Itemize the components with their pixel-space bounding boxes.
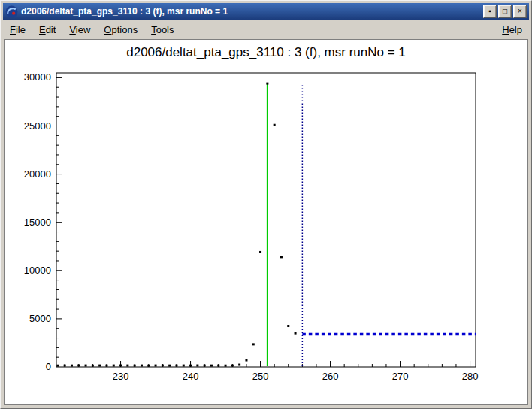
svg-text:250: 250 bbox=[252, 371, 269, 382]
svg-text:5000: 5000 bbox=[29, 313, 51, 324]
main-window: d2006/deltat_pta_gps_3110 : 3 (f), msr r… bbox=[0, 0, 532, 409]
svg-text:15000: 15000 bbox=[24, 217, 51, 228]
svg-text:280: 280 bbox=[462, 371, 479, 382]
window-title: d2006/deltat_pta_gps_3110 : 3 (f), msr r… bbox=[21, 6, 483, 17]
close-button[interactable]: × bbox=[513, 5, 527, 18]
titlebar[interactable]: d2006/deltat_pta_gps_3110 : 3 (f), msr r… bbox=[3, 3, 529, 20]
maximize-icon: □ bbox=[503, 8, 507, 15]
svg-text:25000: 25000 bbox=[24, 120, 51, 132]
svg-text:260: 260 bbox=[322, 371, 339, 382]
svg-text:240: 240 bbox=[183, 371, 199, 382]
maximize-button[interactable]: □ bbox=[498, 5, 512, 18]
svg-text:20000: 20000 bbox=[24, 168, 51, 180]
close-icon: × bbox=[518, 8, 522, 15]
window-controls: ▪ □ × bbox=[483, 5, 527, 18]
app-icon[interactable] bbox=[5, 5, 18, 18]
svg-text:0: 0 bbox=[46, 361, 51, 372]
svg-text:10000: 10000 bbox=[24, 265, 51, 276]
svg-text:270: 270 bbox=[392, 371, 409, 382]
root-canvas[interactable]: d2006/deltat_pta_gps_3110 : 3 (f), msr r… bbox=[4, 39, 528, 405]
svg-text:30000: 30000 bbox=[24, 71, 51, 83]
menubar: File Edit View Options Tools Help bbox=[3, 20, 529, 39]
menu-view[interactable]: View bbox=[62, 21, 97, 38]
menu-file[interactable]: File bbox=[3, 21, 32, 38]
plot-svg[interactable]: 2302402502602702800500010000150002000025… bbox=[5, 40, 527, 404]
svg-text:230: 230 bbox=[113, 371, 129, 382]
menu-edit[interactable]: Edit bbox=[32, 21, 62, 38]
menu-options[interactable]: Options bbox=[97, 21, 144, 38]
menu-tools[interactable]: Tools bbox=[144, 21, 180, 38]
minimize-button[interactable]: ▪ bbox=[483, 5, 497, 18]
minimize-icon: ▪ bbox=[488, 8, 491, 15]
menu-help[interactable]: Help bbox=[495, 21, 529, 38]
